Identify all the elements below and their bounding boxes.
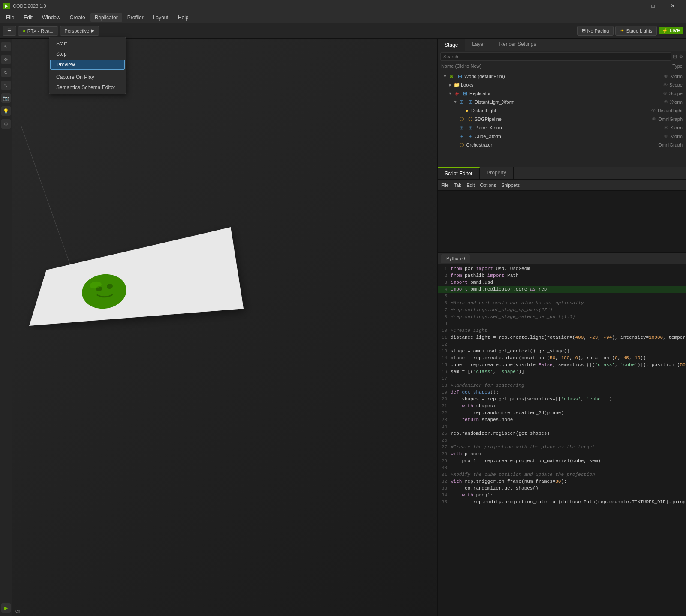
minimize-button[interactable]: ─: [623, 0, 643, 12]
filter-icon[interactable]: ⊟: [673, 54, 677, 60]
tree-row-distantlight-xform[interactable]: ▼ ⊞ ⊞ DistantLight_Xform 👁 Xform: [438, 98, 686, 106]
tree-label-looks: Looks: [461, 82, 663, 87]
sidebar-play-icon[interactable]: ▶: [1, 603, 11, 613]
tree-row-looks[interactable]: ▶ 📁 Looks 👁 Scope: [438, 81, 686, 89]
editor-menu-tab[interactable]: Tab: [454, 183, 462, 188]
menu-create[interactable]: Create: [66, 13, 90, 22]
settings-icon[interactable]: ⚙: [679, 54, 683, 60]
tree-eye-dxform[interactable]: 👁: [664, 99, 668, 105]
sidebar-rotate-icon[interactable]: ↻: [1, 68, 11, 77]
sdg-icon: ⬡: [459, 116, 465, 122]
tree-type-looks: Scope: [669, 82, 683, 87]
tab-render-settings[interactable]: Render Settings: [492, 39, 543, 51]
tree-eye-dl[interactable]: 👁: [651, 108, 656, 113]
code-area[interactable]: 1 from pxr import Usd, UsdGeom 2 from pa…: [438, 264, 686, 616]
tab-stage[interactable]: Stage: [438, 39, 465, 51]
tree-label-sdg: SDGPipeline: [475, 117, 652, 122]
tree-eye-replicator[interactable]: 👁: [663, 91, 668, 96]
editor-menu-snippets[interactable]: Snippets: [501, 183, 520, 188]
tree-row-plane[interactable]: ⊞ ⊞ Plane_Xform 👁 Xform: [438, 123, 686, 132]
toolbar-no-pacing-btn[interactable]: ⊞ No Pacing: [577, 26, 614, 36]
viewport[interactable]: cm: [12, 39, 437, 616]
stage-panel: Stage Layer Render Settings ⊟ ⚙ Name (Ol…: [438, 39, 686, 167]
tree-arrow-dxform[interactable]: ▼: [453, 100, 457, 104]
code-line-25: 25 rep.randomizer.register(get_shapes): [438, 430, 686, 437]
toolbar-rtx-btn[interactable]: ● RTX - Rea...: [18, 26, 58, 36]
code-line-17: 17: [438, 376, 686, 382]
tree-eye-plane[interactable]: 👁: [664, 125, 668, 130]
tree-eye-cube[interactable]: 👁: [664, 134, 668, 139]
app-icon: ▶: [3, 3, 10, 9]
toolbar-stage-lights-btn[interactable]: ☀ Stage Lights: [615, 26, 657, 36]
tree-arrow-orch: [453, 143, 457, 147]
tab-layer[interactable]: Layer: [465, 39, 492, 51]
code-line-13: 13 stage = omni.usd.get_context().get_st…: [438, 348, 686, 355]
code-line-34: 34 with proj1:: [438, 492, 686, 499]
menu-profiler[interactable]: Profiler: [123, 13, 148, 22]
stage-tree[interactable]: ▼ ⊕ ⊞ World (defaultPrim) 👁 Xform ▶ 📁 Lo…: [438, 70, 686, 167]
right-panel: Stage Layer Render Settings ⊟ ⚙ Name (Ol…: [437, 39, 686, 616]
scene-viewport-svg: [21, 124, 261, 330]
tree-row-sdg[interactable]: ⬡ ⬡ SDGPipeline 👁 OmniGraph: [438, 115, 686, 123]
close-button[interactable]: ✕: [663, 0, 683, 12]
world-icon: ⊕: [448, 73, 454, 79]
code-line-30: 30: [438, 465, 686, 472]
python-panel: Python 0 1 from pxr import Usd, UsdGeom …: [438, 253, 686, 616]
editor-menu-file[interactable]: File: [441, 183, 449, 188]
xform-icon-2: ⊞: [462, 90, 468, 96]
toolbar-perspective-btn[interactable]: Perspective ▶: [60, 26, 99, 36]
menu-layout[interactable]: Layout: [149, 13, 173, 22]
tree-arrow-plane: [453, 126, 457, 130]
tab-script-editor[interactable]: Script Editor: [438, 167, 480, 179]
dropdown-preview[interactable]: Preview: [50, 60, 125, 70]
tree-arrow-looks[interactable]: ▶: [448, 83, 452, 87]
tree-eye-sdg[interactable]: 👁: [652, 117, 656, 122]
sidebar-physics-icon[interactable]: ⚙: [1, 119, 11, 129]
tree-arrow-world[interactable]: ▼: [443, 74, 447, 78]
sidebar-select-icon[interactable]: ↖: [1, 42, 11, 51]
tree-name-col: Name (Old to New): [441, 63, 481, 69]
title-bar: ▶ CODE 2023.1.0 ─ □ ✕: [0, 0, 686, 12]
dropdown-semantics-schema[interactable]: Semantics Schema Editor: [49, 82, 126, 93]
tree-type-dl: DistantLight: [658, 108, 683, 113]
menu-window[interactable]: Window: [38, 13, 65, 22]
tree-arrow-sdg: [453, 117, 457, 121]
menu-help[interactable]: Help: [174, 13, 193, 22]
menu-file[interactable]: File: [2, 13, 18, 22]
folder-icon: 📁: [454, 82, 460, 88]
tree-eye-looks[interactable]: 👁: [663, 82, 668, 87]
tree-row-replicator[interactable]: ▼ ◈ ⊞ Replicator 👁 Scope: [438, 89, 686, 98]
tree-row-distantlight[interactable]: ● DistantLight 👁 DistantLight: [438, 106, 686, 115]
dropdown-capture-on-play[interactable]: Capture On Play: [49, 72, 126, 82]
tree-row-orchestrator[interactable]: ⬡ Orchestrator OmniGraph: [438, 141, 686, 149]
python-header: Python 0: [438, 253, 686, 264]
maximize-button[interactable]: □: [643, 0, 663, 12]
script-editor-body[interactable]: [438, 191, 686, 252]
tab-property[interactable]: Property: [480, 167, 513, 179]
sidebar-light-icon[interactable]: 💡: [1, 106, 11, 116]
editor-menu-options[interactable]: Options: [480, 183, 496, 188]
toolbar-settings-btn[interactable]: ☰: [3, 26, 16, 36]
plane-icon2: ⊞: [467, 125, 473, 131]
tree-arrow-replicator[interactable]: ▼: [448, 91, 452, 96]
menu-edit[interactable]: Edit: [19, 13, 37, 22]
sidebar-move-icon[interactable]: ✥: [1, 55, 11, 64]
editor-menu-edit[interactable]: Edit: [466, 183, 475, 188]
tree-row-cube[interactable]: ⊞ ⊞ Cube_Xform 👁 Xform: [438, 132, 686, 141]
script-tabs: Script Editor Property: [438, 167, 686, 180]
dropdown-start[interactable]: Start: [49, 39, 126, 49]
sidebar-scale-icon[interactable]: ⤡: [1, 81, 11, 90]
tree-type-world: Xform: [670, 74, 683, 79]
tree-row-world[interactable]: ▼ ⊕ ⊞ World (defaultPrim) 👁 Xform: [438, 72, 686, 81]
sidebar-camera-icon[interactable]: 📷: [1, 93, 11, 103]
code-line-29: 29 proj1 = rep.create.projection_materia…: [438, 458, 686, 465]
menu-replicator[interactable]: Replicator: [90, 13, 122, 22]
stage-search-input[interactable]: [440, 52, 671, 61]
live-badge[interactable]: ⚡ LIVE: [659, 27, 683, 34]
tree-eye-world[interactable]: 👁: [664, 74, 668, 79]
replicator-dropdown[interactable]: Start Step Preview Capture On Play Seman…: [49, 37, 126, 94]
python-tab[interactable]: Python 0: [441, 254, 470, 263]
dropdown-step[interactable]: Step: [49, 49, 126, 59]
dropdown-divider: [49, 71, 126, 71]
orch-icon: ⬡: [459, 142, 465, 148]
